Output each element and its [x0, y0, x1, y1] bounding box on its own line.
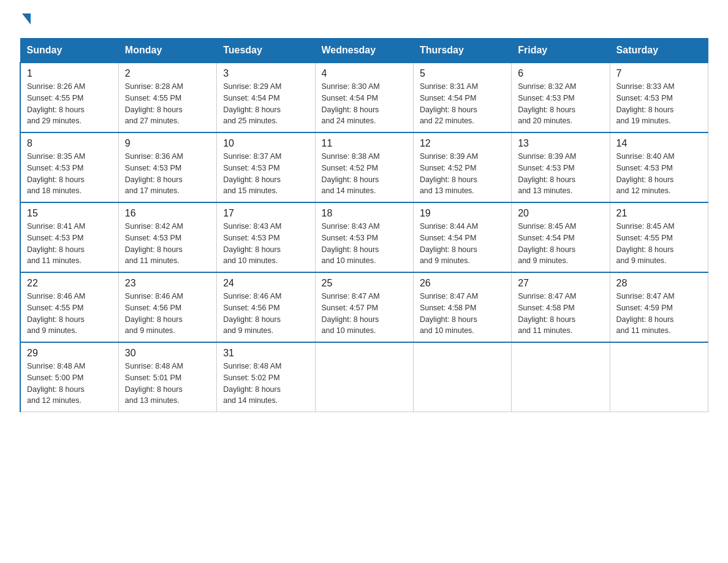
day-info: Sunrise: 8:40 AMSunset: 4:53 PMDaylight:…	[616, 152, 675, 195]
calendar-cell: 29 Sunrise: 8:48 AMSunset: 5:00 PMDaylig…	[20, 342, 118, 412]
calendar-cell	[512, 342, 610, 412]
day-number: 22	[27, 278, 112, 289]
day-number: 6	[518, 68, 603, 79]
day-info: Sunrise: 8:33 AMSunset: 4:53 PMDaylight:…	[616, 82, 675, 125]
day-number: 27	[518, 278, 603, 289]
calendar-cell: 12 Sunrise: 8:39 AMSunset: 4:52 PMDaylig…	[413, 132, 511, 202]
day-info: Sunrise: 8:28 AMSunset: 4:55 PMDaylight:…	[125, 82, 183, 125]
calendar-cell: 3 Sunrise: 8:29 AMSunset: 4:54 PMDayligh…	[217, 63, 315, 132]
header-wednesday: Wednesday	[315, 39, 413, 63]
week-row-3: 15 Sunrise: 8:41 AMSunset: 4:53 PMDaylig…	[20, 202, 708, 272]
calendar-cell: 23 Sunrise: 8:46 AMSunset: 4:56 PMDaylig…	[118, 272, 216, 342]
day-info: Sunrise: 8:41 AMSunset: 4:53 PMDaylight:…	[27, 222, 85, 265]
header-saturday: Saturday	[610, 39, 708, 63]
day-number: 9	[125, 138, 210, 149]
calendar-cell: 14 Sunrise: 8:40 AMSunset: 4:53 PMDaylig…	[610, 132, 708, 202]
calendar-cell: 22 Sunrise: 8:46 AMSunset: 4:55 PMDaylig…	[20, 272, 118, 342]
header-thursday: Thursday	[413, 39, 511, 63]
day-number: 1	[27, 68, 112, 79]
calendar-cell: 18 Sunrise: 8:43 AMSunset: 4:53 PMDaylig…	[315, 202, 413, 272]
page-header	[20, 15, 708, 26]
day-info: Sunrise: 8:30 AMSunset: 4:54 PMDaylight:…	[322, 82, 380, 125]
day-info: Sunrise: 8:29 AMSunset: 4:54 PMDaylight:…	[223, 82, 281, 125]
day-info: Sunrise: 8:48 AMSunset: 5:00 PMDaylight:…	[27, 362, 85, 405]
day-info: Sunrise: 8:31 AMSunset: 4:54 PMDaylight:…	[420, 82, 478, 125]
calendar-cell: 10 Sunrise: 8:37 AMSunset: 4:53 PMDaylig…	[217, 132, 315, 202]
day-number: 20	[518, 208, 603, 219]
day-number: 14	[616, 138, 702, 149]
day-number: 29	[27, 348, 112, 359]
day-info: Sunrise: 8:42 AMSunset: 4:53 PMDaylight:…	[125, 222, 183, 265]
day-number: 3	[223, 68, 308, 79]
day-info: Sunrise: 8:32 AMSunset: 4:53 PMDaylight:…	[518, 82, 576, 125]
calendar-cell: 28 Sunrise: 8:47 AMSunset: 4:59 PMDaylig…	[610, 272, 708, 342]
day-info: Sunrise: 8:36 AMSunset: 4:53 PMDaylight:…	[125, 152, 183, 195]
day-info: Sunrise: 8:48 AMSunset: 5:02 PMDaylight:…	[223, 362, 281, 405]
day-info: Sunrise: 8:26 AMSunset: 4:55 PMDaylight:…	[27, 82, 85, 125]
day-info: Sunrise: 8:47 AMSunset: 4:58 PMDaylight:…	[518, 292, 576, 335]
calendar-cell: 30 Sunrise: 8:48 AMSunset: 5:01 PMDaylig…	[118, 342, 216, 412]
day-number: 19	[420, 208, 505, 219]
day-number: 18	[322, 208, 407, 219]
calendar-cell: 15 Sunrise: 8:41 AMSunset: 4:53 PMDaylig…	[20, 202, 118, 272]
day-info: Sunrise: 8:47 AMSunset: 4:59 PMDaylight:…	[616, 292, 675, 335]
calendar-table: SundayMondayTuesdayWednesdayThursdayFrid…	[20, 38, 708, 412]
header-friday: Friday	[512, 39, 610, 63]
day-number: 15	[27, 208, 112, 219]
calendar-cell: 26 Sunrise: 8:47 AMSunset: 4:58 PMDaylig…	[413, 272, 511, 342]
day-number: 4	[322, 68, 407, 79]
day-info: Sunrise: 8:45 AMSunset: 4:55 PMDaylight:…	[616, 222, 675, 265]
day-number: 11	[322, 138, 407, 149]
calendar-cell	[610, 342, 708, 412]
day-info: Sunrise: 8:46 AMSunset: 4:56 PMDaylight:…	[223, 292, 281, 335]
day-info: Sunrise: 8:39 AMSunset: 4:53 PMDaylight:…	[518, 152, 576, 195]
day-info: Sunrise: 8:45 AMSunset: 4:54 PMDaylight:…	[518, 222, 576, 265]
calendar-cell: 25 Sunrise: 8:47 AMSunset: 4:57 PMDaylig…	[315, 272, 413, 342]
day-number: 31	[223, 348, 308, 359]
week-row-4: 22 Sunrise: 8:46 AMSunset: 4:55 PMDaylig…	[20, 272, 708, 342]
day-number: 30	[125, 348, 210, 359]
calendar-cell: 8 Sunrise: 8:35 AMSunset: 4:53 PMDayligh…	[20, 132, 118, 202]
calendar-cell: 24 Sunrise: 8:46 AMSunset: 4:56 PMDaylig…	[217, 272, 315, 342]
calendar-header-row: SundayMondayTuesdayWednesdayThursdayFrid…	[20, 39, 708, 63]
day-number: 26	[420, 278, 505, 289]
week-row-5: 29 Sunrise: 8:48 AMSunset: 5:00 PMDaylig…	[20, 342, 708, 412]
week-row-1: 1 Sunrise: 8:26 AMSunset: 4:55 PMDayligh…	[20, 63, 708, 132]
day-number: 16	[125, 208, 210, 219]
logo-blue-text	[20, 15, 31, 26]
day-number: 7	[616, 68, 702, 79]
calendar-cell: 13 Sunrise: 8:39 AMSunset: 4:53 PMDaylig…	[512, 132, 610, 202]
day-info: Sunrise: 8:48 AMSunset: 5:01 PMDaylight:…	[125, 362, 183, 405]
day-number: 8	[27, 138, 112, 149]
calendar-cell: 9 Sunrise: 8:36 AMSunset: 4:53 PMDayligh…	[118, 132, 216, 202]
calendar-cell: 31 Sunrise: 8:48 AMSunset: 5:02 PMDaylig…	[217, 342, 315, 412]
calendar-cell: 5 Sunrise: 8:31 AMSunset: 4:54 PMDayligh…	[413, 63, 511, 132]
day-info: Sunrise: 8:43 AMSunset: 4:53 PMDaylight:…	[322, 222, 380, 265]
day-info: Sunrise: 8:35 AMSunset: 4:53 PMDaylight:…	[27, 152, 85, 195]
calendar-cell: 27 Sunrise: 8:47 AMSunset: 4:58 PMDaylig…	[512, 272, 610, 342]
day-info: Sunrise: 8:38 AMSunset: 4:52 PMDaylight:…	[322, 152, 380, 195]
calendar-cell	[413, 342, 511, 412]
calendar-cell: 19 Sunrise: 8:44 AMSunset: 4:54 PMDaylig…	[413, 202, 511, 272]
day-info: Sunrise: 8:46 AMSunset: 4:56 PMDaylight:…	[125, 292, 183, 335]
calendar-cell: 20 Sunrise: 8:45 AMSunset: 4:54 PMDaylig…	[512, 202, 610, 272]
header-tuesday: Tuesday	[217, 39, 315, 63]
day-number: 21	[616, 208, 702, 219]
calendar-cell: 21 Sunrise: 8:45 AMSunset: 4:55 PMDaylig…	[610, 202, 708, 272]
day-info: Sunrise: 8:47 AMSunset: 4:58 PMDaylight:…	[420, 292, 478, 335]
day-number: 24	[223, 278, 308, 289]
calendar-cell: 11 Sunrise: 8:38 AMSunset: 4:52 PMDaylig…	[315, 132, 413, 202]
calendar-cell: 1 Sunrise: 8:26 AMSunset: 4:55 PMDayligh…	[20, 63, 118, 132]
week-row-2: 8 Sunrise: 8:35 AMSunset: 4:53 PMDayligh…	[20, 132, 708, 202]
day-number: 5	[420, 68, 505, 79]
calendar-cell: 6 Sunrise: 8:32 AMSunset: 4:53 PMDayligh…	[512, 63, 610, 132]
day-number: 17	[223, 208, 308, 219]
day-number: 23	[125, 278, 210, 289]
logo-triangle-icon	[22, 13, 31, 25]
day-info: Sunrise: 8:43 AMSunset: 4:53 PMDaylight:…	[223, 222, 281, 265]
calendar-cell: 16 Sunrise: 8:42 AMSunset: 4:53 PMDaylig…	[118, 202, 216, 272]
day-number: 2	[125, 68, 210, 79]
calendar-cell	[315, 342, 413, 412]
header-monday: Monday	[118, 39, 216, 63]
day-number: 28	[616, 278, 702, 289]
